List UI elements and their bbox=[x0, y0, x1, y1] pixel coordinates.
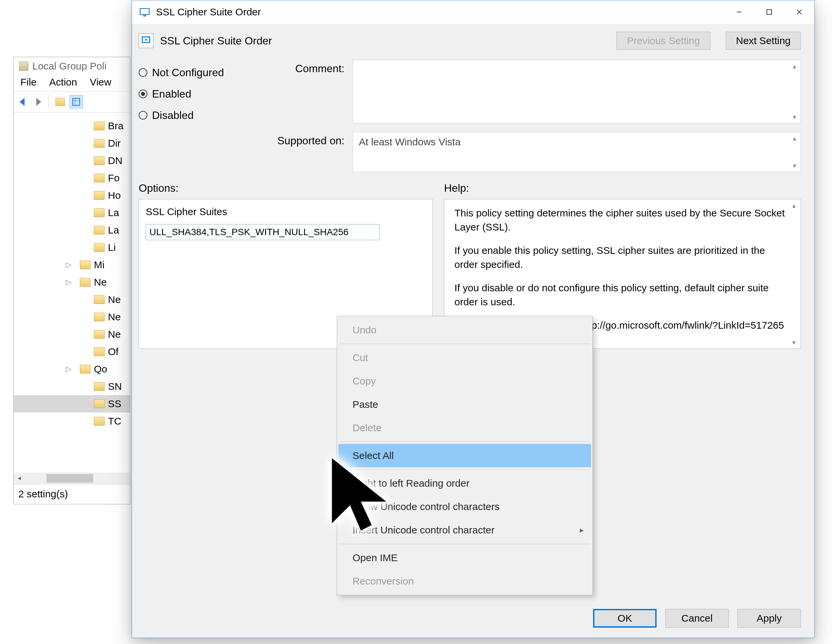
tree-item[interactable]: La bbox=[14, 222, 130, 239]
option-title: SSL Cipher Suites bbox=[146, 206, 426, 217]
maximize-button[interactable] bbox=[754, 0, 784, 24]
folder-icon bbox=[94, 295, 105, 304]
scroll-down-icon[interactable]: ▾ bbox=[789, 338, 798, 347]
scrollbar-horizontal[interactable]: ◄ bbox=[14, 473, 130, 484]
tree-item[interactable]: Ne bbox=[14, 291, 130, 308]
header-title: SSL Cipher Suite Order bbox=[160, 35, 610, 47]
button-row: OK Cancel Apply bbox=[132, 599, 814, 638]
tree-item[interactable]: TC bbox=[14, 412, 130, 430]
tree-item[interactable]: SS bbox=[14, 395, 130, 412]
tree-item-label: Dir bbox=[108, 137, 121, 149]
separator bbox=[340, 544, 590, 544]
tree-item[interactable]: La bbox=[14, 204, 130, 222]
ctx-cut[interactable]: Cut bbox=[339, 346, 591, 369]
folder-icon bbox=[94, 174, 105, 182]
tree-item-label: Of bbox=[108, 346, 118, 357]
tree-item[interactable]: Li bbox=[14, 239, 130, 256]
options-label: Options: bbox=[139, 182, 433, 194]
ctx-open-ime[interactable]: Open IME bbox=[339, 546, 591, 569]
chevron-right-icon[interactable]: ▷ bbox=[66, 365, 72, 374]
view-icon[interactable] bbox=[69, 95, 83, 109]
tree-item-label: La bbox=[108, 224, 119, 236]
next-setting-button[interactable]: Next Setting bbox=[726, 32, 801, 50]
ctx-undo[interactable]: Undo bbox=[339, 318, 591, 342]
scroll-thumb[interactable] bbox=[46, 474, 93, 483]
tree-item[interactable]: ▷Mi bbox=[14, 256, 130, 273]
folder-icon bbox=[94, 330, 105, 339]
scroll-down-icon[interactable]: ▾ bbox=[790, 161, 799, 170]
previous-setting-button[interactable]: Previous Setting bbox=[616, 32, 710, 50]
supported-field: At least Windows Vista ▴ ▾ bbox=[352, 132, 801, 172]
tree-item-label: Ne bbox=[108, 311, 121, 323]
tree-item[interactable]: Bra bbox=[14, 117, 130, 134]
folder-icon bbox=[94, 191, 105, 200]
folder-icon bbox=[94, 156, 105, 165]
ok-button[interactable]: OK bbox=[593, 609, 657, 628]
ctx-delete[interactable]: Delete bbox=[339, 416, 591, 439]
folder-icon bbox=[94, 243, 105, 252]
radio-enabled[interactable]: Enabled bbox=[139, 83, 259, 105]
gpedit-titlebar: Local Group Poli bbox=[14, 57, 130, 75]
radio-not-configured-label: Not Configured bbox=[152, 67, 224, 79]
svg-point-9 bbox=[145, 39, 147, 41]
folder-icon bbox=[94, 208, 105, 217]
ctx-reconversion[interactable]: Reconversion bbox=[339, 569, 591, 593]
scroll-up-icon[interactable]: ▴ bbox=[789, 201, 798, 210]
tree-item-label: Ne bbox=[94, 276, 107, 288]
tree-item[interactable]: SN bbox=[14, 378, 130, 395]
scroll-up-icon[interactable]: ▴ bbox=[790, 134, 799, 143]
cancel-button[interactable]: Cancel bbox=[665, 609, 729, 628]
tree-item[interactable]: Ho bbox=[14, 187, 130, 204]
radio-disabled-label: Disabled bbox=[152, 109, 194, 121]
tree-item[interactable]: Dir bbox=[14, 134, 130, 152]
tree-item[interactable]: Ne bbox=[14, 326, 130, 343]
dialog-title: SSL Cipher Suite Order bbox=[156, 6, 724, 18]
menu-action[interactable]: Action bbox=[49, 77, 77, 88]
ctx-paste[interactable]: Paste bbox=[339, 393, 591, 416]
tree-item-label: Bra bbox=[108, 120, 124, 132]
status-bar: 2 setting(s) bbox=[14, 484, 130, 504]
svg-rect-5 bbox=[767, 10, 771, 14]
supported-label: Supported on: bbox=[259, 132, 352, 182]
svg-rect-2 bbox=[141, 9, 149, 14]
scroll-up-icon[interactable]: ▴ bbox=[790, 61, 799, 71]
radio-not-configured[interactable]: Not Configured bbox=[139, 62, 259, 83]
scroll-left-icon[interactable]: ◄ bbox=[14, 473, 25, 484]
cipher-input[interactable] bbox=[146, 224, 379, 240]
apply-button[interactable]: Apply bbox=[738, 609, 801, 628]
separator bbox=[340, 441, 590, 442]
tree-item-label: Qo bbox=[94, 363, 107, 375]
folder-icon bbox=[80, 260, 91, 269]
supported-value: At least Windows Vista bbox=[359, 136, 461, 147]
tree-item[interactable]: ▷Ne bbox=[14, 273, 130, 291]
tree-item-label: Ne bbox=[108, 329, 121, 340]
tree: BraDirDNFoHoLaLaLi▷Mi▷NeNeNeNeOf▷QoSNSST… bbox=[14, 113, 130, 430]
tree-item[interactable]: ▷Qo bbox=[14, 360, 130, 378]
tree-item[interactable]: Ne bbox=[14, 308, 130, 326]
cursor-icon bbox=[317, 451, 404, 538]
folder-icon bbox=[80, 278, 91, 287]
close-button[interactable] bbox=[784, 0, 814, 24]
menu-file[interactable]: File bbox=[21, 77, 37, 88]
ctx-copy[interactable]: Copy bbox=[339, 369, 591, 393]
tree-item[interactable]: Of bbox=[14, 343, 130, 360]
tree-item[interactable]: DN bbox=[14, 152, 130, 169]
toolbar bbox=[14, 91, 130, 113]
policy-icon bbox=[139, 34, 154, 48]
scroll-down-icon[interactable]: ▾ bbox=[790, 112, 799, 121]
tree-item-label: Ho bbox=[108, 190, 121, 201]
tree-item[interactable]: Fo bbox=[14, 169, 130, 187]
comment-label: Comment: bbox=[259, 60, 352, 123]
minimize-button[interactable] bbox=[724, 0, 754, 24]
radio-enabled-label: Enabled bbox=[152, 88, 191, 100]
chevron-right-icon[interactable]: ▷ bbox=[66, 278, 72, 287]
forward-icon[interactable] bbox=[32, 96, 44, 108]
tree-item-label: TC bbox=[108, 415, 121, 427]
radio-disabled[interactable]: Disabled bbox=[139, 105, 259, 126]
comment-field[interactable]: ▴ ▾ bbox=[352, 60, 801, 123]
menubar: File Action View bbox=[14, 75, 130, 91]
back-icon[interactable] bbox=[17, 96, 29, 108]
up-folder-icon[interactable] bbox=[53, 95, 67, 109]
menu-view[interactable]: View bbox=[90, 77, 111, 88]
chevron-right-icon[interactable]: ▷ bbox=[66, 260, 72, 269]
